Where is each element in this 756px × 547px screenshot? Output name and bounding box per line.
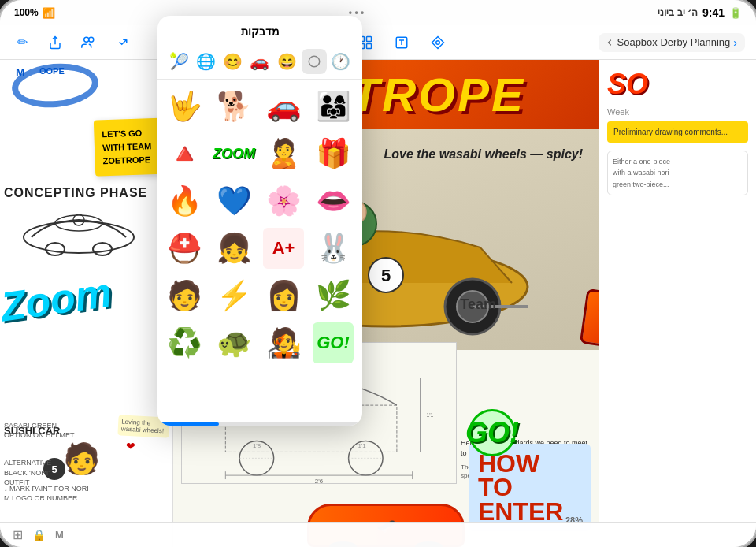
sticker-item-15[interactable]: 🐰: [313, 228, 354, 269]
sticker-item-9[interactable]: 💙: [213, 180, 254, 221]
sticker-item-18[interactable]: 👩: [263, 275, 304, 316]
sticker-item-21[interactable]: 🐢: [213, 322, 254, 363]
sticker-item-3[interactable]: 👨‍👩‍👧: [313, 86, 354, 127]
m-logo: M: [55, 529, 64, 541]
zoom-graphic: Zoom: [0, 265, 114, 331]
text-icon[interactable]: [391, 32, 413, 54]
sticker-item-1[interactable]: 🐕: [213, 86, 254, 127]
lock-icon[interactable]: 🔒: [32, 529, 46, 541]
main-content: M OOPE LET'S GOWITH TEAMZOETROPE CONCEPT…: [0, 60, 756, 547]
svg-rect-5: [366, 36, 371, 41]
team-label: Team: [460, 296, 496, 313]
sticker-tab-4[interactable]: 😄: [274, 49, 299, 74]
status-bar: 100% 📶 • • • ה׳ יב ביוני 9:41 🔋: [0, 0, 756, 25]
right-detail-box: Either a one-piecewith a wasabi norigree…: [607, 151, 748, 195]
pencil-icon[interactable]: ✏: [11, 32, 33, 54]
heart-sticker: ❤: [126, 440, 135, 452]
svg-point-12: [93, 243, 112, 255]
sticker-item-16[interactable]: 🧑: [164, 275, 205, 316]
sticker-item-11[interactable]: 👄: [313, 180, 354, 221]
toolbar: ✏: [0, 25, 756, 60]
sticker-item-23[interactable]: GO!: [313, 322, 354, 363]
sticker-item-4[interactable]: 🔺: [164, 133, 205, 174]
toolbar-right: Soapbox Derby Planning ›: [598, 33, 746, 52]
sticker-tabs: 🎾 🌐 😊 🚗 😄 🕐: [158, 44, 362, 80]
battery-icon: 🔋: [729, 7, 742, 19]
canvas-left[interactable]: M OOPE LET'S GOWITH TEAMZOETROPE CONCEPT…: [0, 60, 173, 547]
battery-percent: 100%: [14, 7, 39, 18]
breadcrumb-button[interactable]: Soapbox Derby Planning ›: [598, 33, 746, 52]
right-detail-text: Either a one-piecewith a wasabi norigree…: [613, 156, 743, 190]
sticker-item-0[interactable]: 🤟: [164, 86, 205, 127]
sticker-item-10[interactable]: 🌸: [263, 180, 304, 221]
svg-point-0: [84, 37, 89, 42]
sticker-item-6[interactable]: 🙎: [263, 133, 304, 174]
sticker-item-5[interactable]: ZOOM: [213, 133, 254, 174]
svg-text:2'6: 2'6: [315, 478, 324, 483]
mark-annotation: ↓ MARK PAINT FOR NORIM LOGO OR NUMBER: [4, 484, 146, 504]
sticker-tab-1[interactable]: 🌐: [193, 49, 218, 74]
status-right: ה׳ יב ביוני 9:41 🔋: [658, 6, 742, 19]
time-label: 9:41: [702, 6, 724, 19]
so-text: SO: [607, 68, 748, 101]
sticker-grid: 🤟 🐕 🚗 👨‍👩‍👧 🔺 ZOOM 🙎 🎁 🔥 💙 🌸 👄 ⛑️ 👧 A+ 🐰…: [158, 80, 362, 422]
status-left: 100% 📶: [14, 7, 55, 19]
sticker-tab-2[interactable]: 😊: [220, 49, 246, 74]
soapbox-right-content: SO Week Preliminary drawing comments... …: [599, 60, 756, 203]
svg-text:1'8: 1'8: [253, 443, 261, 450]
wifi-icon: 📶: [43, 7, 55, 19]
sticker-tab-3[interactable]: 🚗: [247, 49, 272, 74]
m-label: M: [16, 66, 27, 79]
redo-icon[interactable]: [110, 32, 132, 54]
bottom-left: ⊞ 🔒 M: [13, 527, 64, 542]
toolbar-left: ✏: [11, 32, 132, 54]
chevron-right-icon: ›: [733, 36, 737, 49]
green-annotation: SASABI GREENOPTION ON HELMET: [4, 421, 106, 441]
car-sketch-area: [8, 206, 150, 269]
sticky-note-text: LET'S GOWITH TEAMZOETROPE: [102, 128, 151, 166]
sticker-tab-6[interactable]: 🕐: [328, 49, 354, 74]
week-badge: Preliminary drawing comments...: [607, 121, 748, 143]
sticker-item-7[interactable]: 🎁: [313, 133, 354, 174]
sticker-item-14[interactable]: A+: [263, 228, 304, 269]
sticker-item-22[interactable]: 🧑‍🎤: [263, 322, 304, 363]
love-wasabi-text: Love the wasabi wheels — spicy!: [384, 145, 583, 164]
bottom-bar: ⊞ 🔒 M: [0, 522, 756, 547]
sticker-item-17[interactable]: ⚡: [213, 275, 254, 316]
sticker-item-12[interactable]: ⛑️: [164, 228, 205, 269]
breadcrumb-label: Soapbox Derby Planning: [617, 36, 731, 48]
svg-point-10: [24, 221, 134, 253]
sticker-item-13[interactable]: 👧: [213, 228, 254, 269]
concepting-phase-text: CONCEPTING PHASE: [4, 186, 147, 200]
share-icon[interactable]: [44, 32, 66, 54]
sticker-item-19[interactable]: 🌿: [313, 275, 354, 316]
sticker-panel-title: מדבקות: [158, 16, 362, 44]
svg-point-1: [89, 37, 94, 42]
car-sketch-svg: [8, 206, 150, 269]
sticker-panel[interactable]: מדבקות 🎾 🌐 😊 🚗 😄 🕐 🤟 🐕 🚗 👨‍👩‍👧 🔺 ZOOM: [158, 16, 362, 426]
notes-text: Preliminary drawing comments...: [613, 128, 728, 136]
canvas-right: SO Week Preliminary drawing comments... …: [598, 60, 756, 547]
sticker-tab-0[interactable]: 🎾: [166, 49, 191, 74]
sticker-tab-5[interactable]: [302, 49, 327, 74]
svg-text:1'1: 1'1: [358, 443, 366, 450]
svg-text:5: 5: [381, 266, 391, 285]
sticker-item-8[interactable]: 🔥: [164, 180, 205, 221]
sticker-item-2[interactable]: 🚗: [263, 86, 304, 127]
svg-point-13: [55, 215, 102, 231]
svg-point-39: [309, 56, 320, 67]
how-to-enter-title: HOWTOENTER: [478, 452, 581, 523]
svg-text:1'1: 1'1: [426, 412, 433, 418]
sticker-panel-progress: [158, 422, 362, 426]
svg-point-11: [46, 243, 65, 255]
week-section: Week Preliminary drawing comments...: [607, 107, 748, 143]
svg-point-9: [436, 40, 440, 44]
group-icon[interactable]: [77, 32, 99, 54]
week-label: Week: [607, 107, 748, 117]
grid-view-icon[interactable]: ⊞: [13, 527, 23, 542]
ipad-frame: 100% 📶 • • • ה׳ יב ביוני 9:41 🔋 ✏: [0, 0, 756, 547]
how-to-enter-box: HOWTOENTER 28%: [469, 444, 591, 531]
sticker-panel-progress-fill: [158, 422, 219, 426]
pen-icon[interactable]: [427, 32, 449, 54]
sticker-item-20[interactable]: ♻️: [164, 322, 205, 363]
